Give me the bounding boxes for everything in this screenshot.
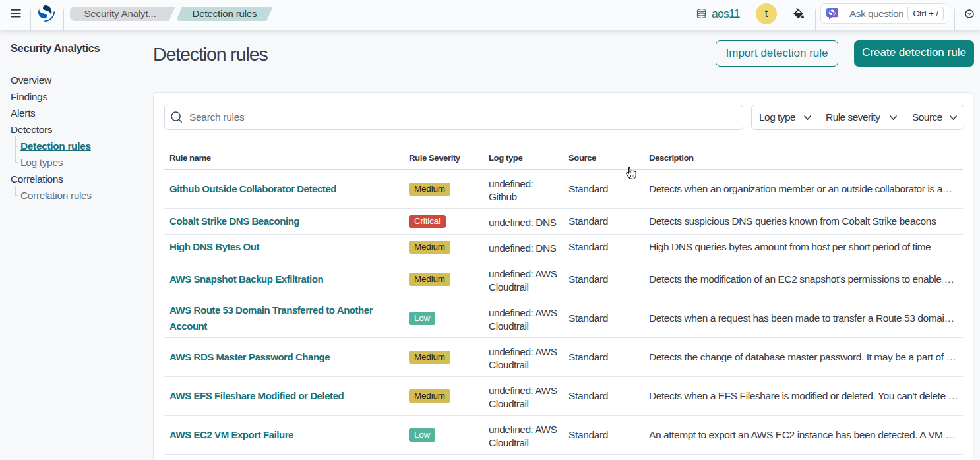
svg-text:?: ?: [967, 11, 971, 18]
